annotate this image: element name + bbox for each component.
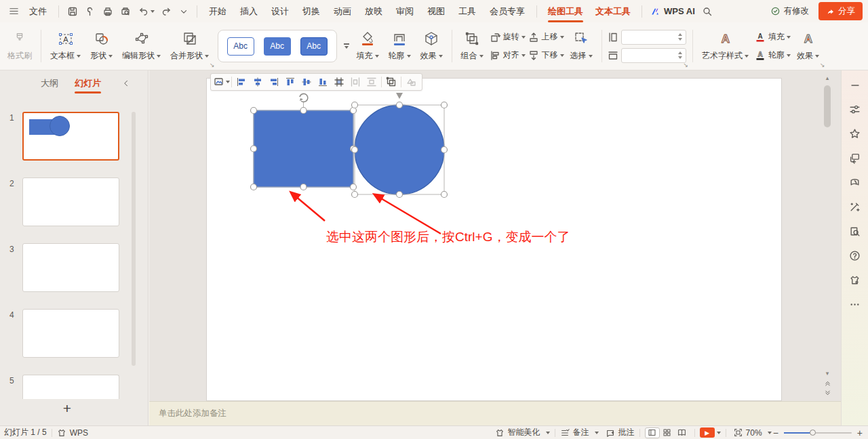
zoom-out-button[interactable]: − (772, 427, 780, 438)
convert-shape-button[interactable] (403, 75, 419, 89)
panel-scrollbar-thumb[interactable] (132, 112, 136, 366)
combine-shapes-button[interactable] (383, 75, 399, 89)
width-stepper[interactable] (678, 51, 682, 59)
merge-shape-button[interactable]: 合并形状 (165, 25, 214, 67)
notes-button[interactable]: 备注 (560, 427, 599, 438)
fit-slide-button[interactable] (731, 427, 746, 438)
menu-slideshow[interactable]: 放映 (358, 2, 389, 21)
align-right-button[interactable] (266, 75, 282, 89)
previous-slide-icon[interactable] (822, 379, 833, 387)
search-document-icon[interactable] (849, 226, 861, 237)
shape-style-swatch-3[interactable]: Abc (300, 37, 328, 56)
text-fill-button[interactable]: A 填充 (755, 30, 791, 44)
bring-forward-button[interactable]: 上移 (528, 30, 564, 44)
dialog-launcher-icon[interactable]: ↘ (820, 62, 825, 68)
rotate-handle-icon[interactable] (396, 93, 403, 99)
group-button[interactable]: 组合 (456, 25, 488, 67)
slide-canvas[interactable]: 选中这两个图形后，按Ctrl+G，变成一个了 (206, 78, 782, 401)
undo-button[interactable] (134, 3, 158, 20)
tab-outline[interactable]: 大纲 (35, 73, 64, 93)
zoom-in-button[interactable]: + (856, 427, 864, 438)
save-icon[interactable] (64, 3, 81, 20)
collapse-panel-icon[interactable] (122, 79, 130, 87)
send-backward-button[interactable]: 下移 (528, 49, 564, 62)
slide-thumbnail-1[interactable] (22, 112, 119, 161)
menu-insert[interactable]: 插入 (233, 2, 264, 21)
format-painter-button[interactable]: 格式刷 (3, 25, 37, 67)
play-dropdown-icon[interactable] (717, 432, 721, 434)
help-icon[interactable] (849, 250, 861, 262)
scroll-down-icon[interactable]: ▾ (822, 370, 833, 377)
slide-thumbnail-3[interactable] (22, 243, 119, 292)
normal-view-button[interactable] (645, 427, 660, 438)
select-button[interactable]: 选择 (566, 25, 597, 67)
menu-tools[interactable]: 工具 (452, 2, 483, 21)
text-outline-button[interactable]: A 轮廓 (755, 49, 791, 62)
shape-outline-button[interactable]: 轮廓 (384, 25, 416, 67)
distribute-vertical-button[interactable] (363, 75, 380, 89)
collapse-rail-icon[interactable] (850, 80, 861, 91)
wps-skin-button[interactable]: WPS (57, 428, 88, 438)
print-preview-icon[interactable] (117, 3, 134, 20)
shape-fill-button[interactable]: 填充 (352, 25, 384, 67)
shapes-button[interactable]: 形状 (85, 25, 117, 67)
tab-text-tools[interactable]: 文本工具 (589, 2, 637, 21)
scrollbar-thumb[interactable] (824, 85, 831, 127)
skin-theme-icon[interactable] (849, 274, 861, 286)
gallery-expand-icon[interactable] (344, 43, 349, 49)
rotate-button[interactable]: 旋转 (490, 30, 526, 44)
tab-slides[interactable]: 幻灯片 (69, 73, 106, 93)
favorites-star-icon[interactable] (849, 128, 861, 140)
redo-button[interactable] (158, 3, 176, 20)
shape-circle[interactable] (355, 105, 444, 194)
align-bottom-button[interactable] (315, 75, 331, 89)
snap-grid-button[interactable] (331, 75, 347, 89)
zoom-slider-knob[interactable] (810, 430, 816, 436)
edit-shape-button[interactable]: 编辑形状 (117, 25, 165, 67)
height-stepper[interactable] (678, 33, 682, 41)
menu-member[interactable]: 会员专享 (483, 2, 532, 21)
distribute-horizontal-button[interactable] (347, 75, 363, 89)
align-center-button[interactable] (250, 75, 266, 89)
more-options-icon[interactable] (849, 299, 861, 312)
tab-drawing-tools[interactable]: 绘图工具 (542, 2, 589, 21)
add-slide-button[interactable]: + (0, 400, 134, 417)
undo-dropdown-icon[interactable] (151, 10, 155, 13)
share-button[interactable]: 分享 (818, 2, 863, 20)
rotate-handle-icon[interactable] (300, 93, 308, 102)
slide-thumbnail-2[interactable] (22, 177, 119, 226)
shape-effect-button[interactable]: 效果 (416, 25, 448, 67)
align-top-button[interactable] (282, 75, 298, 89)
dialog-launcher-icon[interactable]: ↘ (684, 62, 689, 68)
comment-button[interactable]: 批注 (606, 427, 635, 438)
file-menu[interactable]: 文件 (22, 2, 54, 21)
picture-layout-button[interactable] (214, 75, 230, 89)
dialog-launcher-icon[interactable]: ↘ (210, 62, 215, 68)
align-middle-button[interactable] (298, 75, 315, 89)
slideshow-play-button[interactable]: ▶ (700, 427, 715, 438)
resume-assistant-icon[interactable] (849, 177, 861, 188)
textbox-button[interactable]: A 文本框 (45, 25, 85, 67)
toolbar-expand-chevron-icon[interactable] (176, 4, 192, 19)
tools-wand-icon[interactable] (849, 201, 861, 213)
next-slide-icon[interactable] (822, 390, 833, 397)
shape-style-swatch-2[interactable]: Abc (264, 37, 291, 56)
reading-view-button[interactable] (675, 427, 690, 438)
align-left-button[interactable] (233, 75, 250, 89)
shape-height-input[interactable] (625, 31, 673, 43)
smart-beautify-button[interactable]: 智能美化 (495, 427, 550, 438)
menu-home[interactable]: 开始 (202, 2, 233, 21)
slide-thumbnail-4[interactable] (22, 309, 119, 358)
menu-animation[interactable]: 动画 (327, 2, 358, 21)
zoom-slider[interactable] (784, 432, 852, 434)
scroll-up-icon[interactable]: ▴ (822, 75, 833, 81)
menu-view[interactable]: 视图 (420, 2, 452, 21)
wps-ai-button[interactable]: WPS AI (647, 3, 698, 19)
search-icon[interactable] (698, 3, 716, 20)
export-pdf-icon[interactable] (81, 3, 99, 20)
shape-width-input[interactable] (625, 49, 673, 62)
main-menu-icon[interactable] (5, 3, 22, 19)
zoom-level[interactable]: 70% (746, 428, 772, 438)
properties-sliders-icon[interactable] (849, 104, 861, 115)
menu-transition[interactable]: 切换 (296, 2, 327, 21)
